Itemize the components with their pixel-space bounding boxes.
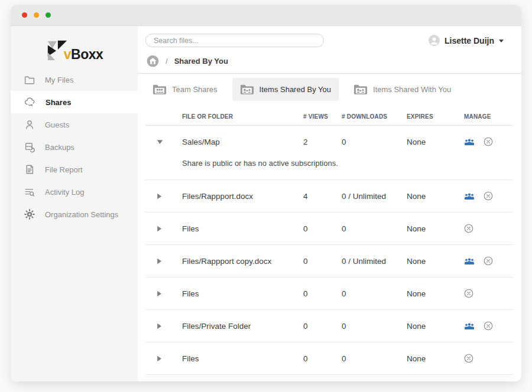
search-input[interactable] [145,34,324,47]
views-count: 0 [303,289,342,298]
guests-icon [24,119,35,130]
table-row: Sales/Map 2 0 None Share is public or ha… [145,126,513,180]
downloads-count: 0 [342,322,407,331]
expand-caret-icon[interactable] [157,258,162,264]
sidebar-item-label: Activity Log [45,188,84,197]
users-icon [464,192,475,200]
share-members-button[interactable] [464,322,475,329]
remove-share-button[interactable] [484,137,493,146]
expires-value: None [407,138,464,146]
sidebar-item-shares[interactable]: Shares [11,91,138,113]
file-name: Files [182,354,303,363]
share-members-button[interactable] [464,192,475,200]
breadcrumb: / Shared By You [138,47,521,74]
views-count: 0 [303,224,342,233]
file-name: Sales/Map [182,138,303,146]
table-body: Sales/Map 2 0 None Share is public or ha… [145,126,513,375]
expand-caret-icon[interactable] [157,193,162,200]
sidebar-item-file-report[interactable]: File Report [11,158,138,181]
tab-items-shared-with-you[interactable]: Items Shared With You [346,78,459,101]
remove-share-button[interactable] [464,289,473,298]
expires-value: None [407,224,464,233]
activity-log-icon [24,186,35,198]
expires-value: None [407,192,464,201]
users-icon [464,138,475,145]
user-name: Lisette Duijn [445,36,494,45]
close-window-button[interactable] [22,12,27,18]
users-icon [464,322,475,329]
circle-x-icon [464,289,473,298]
table-row: Files 0 0 None [145,342,513,375]
sidebar-item-activity-log[interactable]: Activity Log [11,181,138,203]
breadcrumb-current: Shared By You [174,57,228,66]
sidebar-item-guests[interactable]: Guests [11,113,138,136]
folder-team-icon [153,83,167,96]
expires-value: None [407,322,464,331]
topbar: Lisette Duijn [138,26,521,47]
column-header-manage: MANAGE [464,113,513,120]
window-titlebar [11,5,521,26]
views-count: 4 [303,192,342,201]
expand-caret-icon[interactable] [157,290,162,297]
sidebar-item-label: File Report [45,165,83,174]
home-icon[interactable] [147,55,159,67]
circle-x-icon [484,137,493,146]
downloads-count: 0 / Unlimited [342,257,407,266]
remove-share-button[interactable] [484,321,493,331]
sidebar-item-label: Guests [45,120,69,129]
remove-share-button[interactable] [464,224,473,233]
main-content: Lisette Duijn / Shared By You [138,26,521,381]
folder-shared-with-icon [353,83,368,96]
maximize-window-button[interactable] [46,12,51,18]
tab-team-shares[interactable]: Team Shares [145,78,225,101]
search-box [145,34,324,47]
backups-icon [24,141,35,153]
remove-share-button[interactable] [484,191,493,201]
expand-caret-icon[interactable] [157,226,162,232]
expires-value: None [407,257,464,266]
tab-items-shared-by-you[interactable]: Items Shared By You [232,78,339,101]
table-row: Files 0 0 None [145,277,513,310]
folder-icon [24,74,35,86]
file-name: Files [182,224,303,233]
sidebar: vBoxx My Files Shares Guests Backups Fil… [11,26,138,381]
views-count: 0 [303,322,342,331]
share-tabs: Team Shares Items Shared By You Items Sh… [138,74,521,105]
breadcrumb-separator: / [166,57,168,66]
share-members-button[interactable] [464,257,475,264]
share-members-button[interactable] [464,138,475,145]
column-header--downloads: # DOWNLOADS [342,113,407,120]
sidebar-item-my-files[interactable]: My Files [11,68,138,91]
minimize-window-button[interactable] [34,12,39,18]
expand-caret-icon[interactable] [157,323,162,329]
table-row: Files 0 0 None [145,213,513,245]
file-name: Files [182,289,303,298]
remove-share-button[interactable] [464,354,473,363]
sidebar-item-label: Shares [46,98,71,107]
views-count: 0 [303,354,342,363]
shares-icon [24,96,36,108]
folder-shared-by-icon [240,83,254,96]
remove-share-button[interactable] [484,256,493,266]
tab-label: Items Shared By You [259,85,331,94]
sidebar-item-label: My Files [45,76,73,84]
shares-table: FILE OR FOLDER# VIEWS# DOWNLOADSEXPIRESM… [145,105,513,375]
circle-x-icon [464,354,473,363]
expires-value: None [407,354,464,363]
sidebar-item-label: Backups [45,143,74,152]
sidebar-item-label: Organization Settings [45,210,118,219]
circle-x-icon [464,224,473,233]
expand-caret-icon[interactable] [157,355,162,362]
circle-x-icon [484,256,493,266]
sidebar-item-backups[interactable]: Backups [11,136,138,158]
app-window: vBoxx My Files Shares Guests Backups Fil… [11,5,521,381]
tab-label: Items Shared With You [373,85,451,94]
downloads-count: 0 [342,138,407,146]
expires-value: None [407,289,464,298]
collapse-caret-icon[interactable] [157,139,163,145]
user-menu[interactable]: Lisette Duijn [429,35,504,46]
gear-icon [24,208,35,220]
file-name: Files/Private Folder [182,322,303,331]
circle-x-icon [484,191,493,201]
sidebar-item-organization-settings[interactable]: Organization Settings [11,203,138,226]
